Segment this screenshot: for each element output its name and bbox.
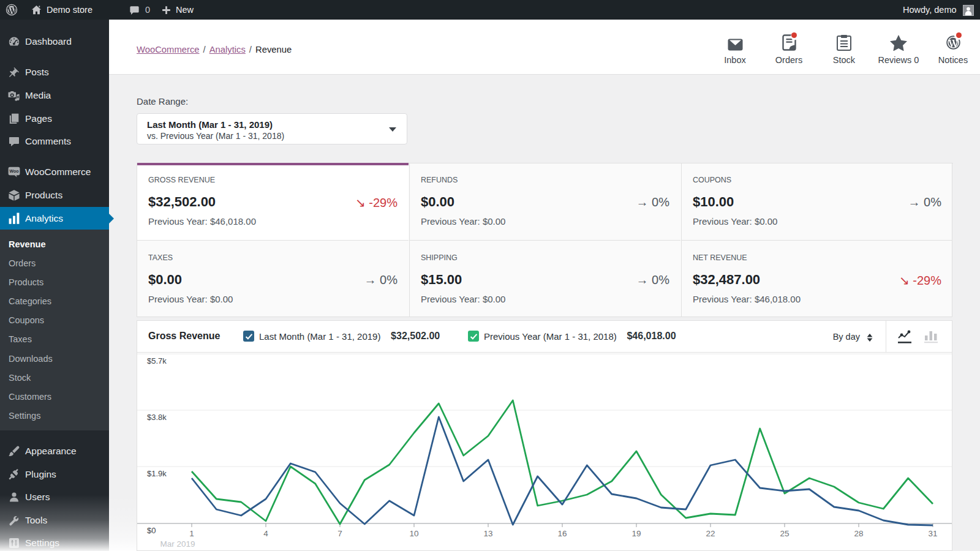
svg-text:13: 13 xyxy=(483,529,492,538)
svg-text:$1.9k: $1.9k xyxy=(147,469,167,478)
svg-text:Mar 2019: Mar 2019 xyxy=(160,539,195,549)
svg-text:$0: $0 xyxy=(147,526,156,535)
svg-text:Woo: Woo xyxy=(9,169,18,173)
svg-text:31: 31 xyxy=(928,529,937,538)
svg-text:10: 10 xyxy=(409,529,418,538)
svg-text:28: 28 xyxy=(854,529,863,538)
svg-text:19: 19 xyxy=(631,529,641,538)
svg-text:1: 1 xyxy=(189,529,194,538)
svg-text:$5.7k: $5.7k xyxy=(147,356,167,365)
svg-text:4: 4 xyxy=(263,529,268,538)
svg-text:25: 25 xyxy=(780,529,789,538)
svg-text:$3.8k: $3.8k xyxy=(147,413,167,422)
svg-text:7: 7 xyxy=(337,529,342,538)
svg-text:16: 16 xyxy=(557,529,567,538)
svg-text:22: 22 xyxy=(706,529,715,538)
